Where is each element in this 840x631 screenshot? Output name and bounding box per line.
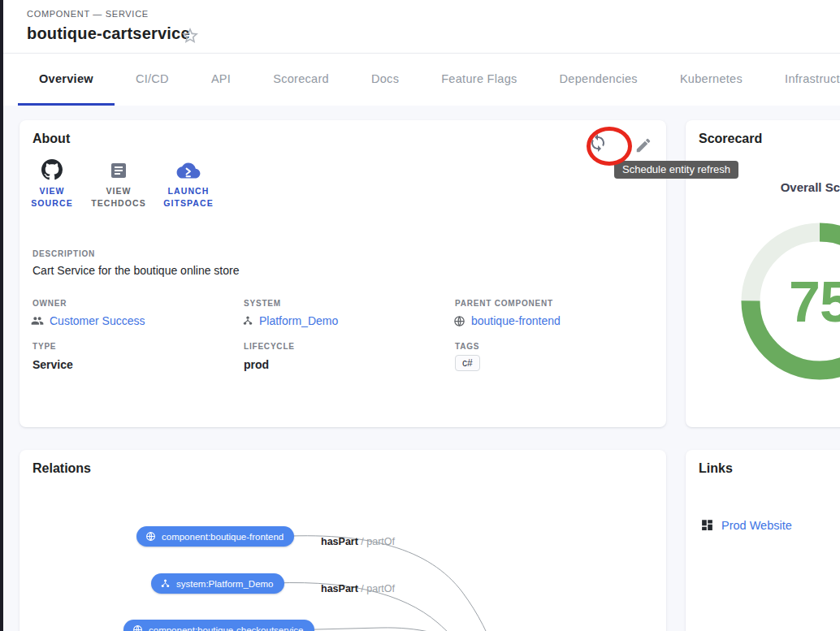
graph-node-label: component:boutique-checkoutservice [149, 625, 304, 631]
system-link[interactable]: Platform_Demo [242, 314, 338, 327]
sitemap-icon [160, 578, 171, 589]
tag-chip: c# [455, 355, 480, 371]
globe-icon [132, 625, 143, 631]
tab-dependencies[interactable]: Dependencies [539, 54, 659, 106]
links-card-title: Links [699, 461, 733, 476]
owner-label: OWNER [32, 299, 67, 308]
breadcrumb: COMPONENT — SERVICE [27, 9, 149, 19]
edge-label: hasPart / partOf [321, 583, 395, 594]
tab-api[interactable]: API [190, 54, 252, 106]
about-card-title: About [32, 132, 70, 146]
entity-page: COMPONENT — SERVICE boutique-cartservice… [0, 0, 840, 631]
system-label: SYSTEM [244, 299, 281, 308]
edit-pencil-icon[interactable] [631, 134, 656, 158]
tab-cicd[interactable]: CI/CD [115, 54, 190, 106]
parent-component-link[interactable]: boutique-frontend [453, 314, 561, 327]
score-value: 75 [686, 270, 840, 335]
people-icon [31, 314, 44, 327]
prod-website-link[interactable]: Prod Website [700, 518, 792, 532]
graph-node-label: component:boutique-frontend [162, 532, 284, 542]
tab-bar: Overview CI/CD API Scorecard Docs Featur… [3, 54, 840, 106]
prod-website-label: Prod Website [721, 519, 792, 532]
scorecard-card-title: Scorecard [699, 132, 762, 146]
action-label: TECHDOCS [86, 197, 151, 210]
action-label: LAUNCH [156, 185, 221, 197]
action-label: VIEW [86, 185, 151, 197]
tab-infrastructure[interactable]: Infrastructure [764, 54, 840, 106]
view-source-button[interactable]: VIEWSOURCE [19, 158, 84, 210]
type-value: Service [32, 358, 73, 371]
entity-header: COMPONENT — SERVICE boutique-cartservice [3, 0, 840, 54]
main-content: About VIEWSOURCE VIEWTECHDOCS [3, 106, 840, 631]
tags-label: TAGS [455, 342, 479, 351]
graph-node-platform-demo[interactable]: system:Platform_Demo [151, 573, 284, 594]
owner-link[interactable]: Customer Success [31, 314, 145, 327]
system-value: Platform_Demo [259, 314, 338, 327]
document-icon [86, 158, 151, 180]
github-icon [19, 158, 84, 180]
globe-icon [453, 315, 465, 327]
globe-icon [145, 531, 156, 542]
action-label: GITSPACE [156, 197, 221, 210]
tab-docs[interactable]: Docs [350, 54, 420, 106]
favorite-star-icon[interactable] [180, 26, 200, 45]
launch-gitspace-button[interactable]: LAUNCHGITSPACE [156, 158, 221, 210]
action-label: VIEW [19, 185, 84, 197]
cloud-icon [156, 158, 221, 180]
overall-score-label: Overall Score [686, 180, 840, 194]
tab-overview[interactable]: Overview [18, 54, 115, 106]
page-title: boutique-cartservice [27, 24, 190, 43]
relations-card: Relations component:boutique-frontend sy… [19, 450, 666, 631]
tab-kubernetes[interactable]: Kubernetes [659, 54, 764, 106]
graph-node-boutique-checkoutservice[interactable]: component:boutique-checkoutservice [123, 620, 314, 631]
graph-node-boutique-frontend[interactable]: component:boutique-frontend [136, 526, 294, 547]
refresh-icon[interactable] [586, 132, 610, 156]
description-label: DESCRIPTION [32, 249, 95, 258]
type-label: TYPE [32, 342, 56, 351]
view-techdocs-button[interactable]: VIEWTECHDOCS [86, 158, 151, 210]
description-text: Cart Service for the boutique online sto… [32, 264, 239, 277]
action-label: SOURCE [19, 197, 84, 210]
sitemap-icon [242, 315, 253, 326]
tab-scorecard[interactable]: Scorecard [252, 54, 350, 106]
lifecycle-value: prod [244, 358, 269, 371]
parent-component-value: boutique-frontend [471, 314, 561, 327]
lifecycle-label: LIFECYCLE [244, 342, 295, 351]
tooltip: Schedule entity refresh [614, 161, 738, 179]
parent-component-label: PARENT COMPONENT [455, 299, 553, 308]
edge-label: hasPart / partOf [321, 536, 395, 547]
tab-feature-flags[interactable]: Feature Flags [420, 54, 538, 106]
graph-node-label: system:Platform_Demo [176, 579, 274, 589]
links-card: Links Prod Website [686, 450, 840, 631]
about-card: About VIEWSOURCE VIEWTECHDOCS [19, 120, 666, 427]
owner-value: Customer Success [50, 314, 145, 327]
dashboard-icon [700, 518, 714, 532]
